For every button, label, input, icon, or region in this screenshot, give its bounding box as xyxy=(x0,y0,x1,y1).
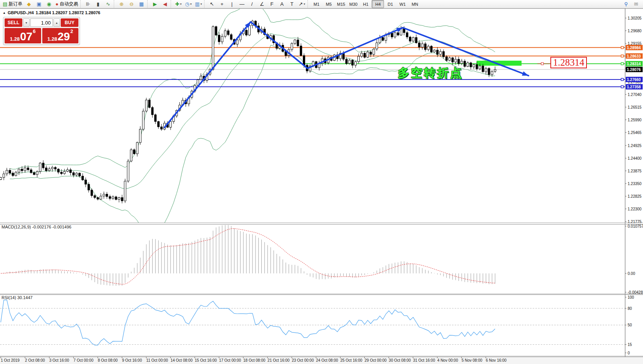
time-tick-label: 2 Oct 08:00 xyxy=(25,358,45,362)
arrows-button[interactable]: ↗▾ xyxy=(297,0,307,8)
toolbar-group-right: ⚲✉ xyxy=(619,0,641,8)
autotrading-button[interactable]: ●自动交易 xyxy=(54,0,80,8)
rsi-tick-label: 15 xyxy=(628,342,632,347)
tf-h4[interactable]: H4 xyxy=(372,0,384,8)
price-tick-label: 1.27040 xyxy=(628,93,642,97)
templates-button[interactable]: ▥▾ xyxy=(193,0,203,8)
zoom-in-button[interactable]: ⊕ xyxy=(116,0,126,8)
tf-d1[interactable]: D1 xyxy=(384,0,396,8)
macd-indicator-label: MACD(12,26,9) -0.002176 -0.001496 xyxy=(2,225,71,229)
price-tick-label: 1.30205 xyxy=(628,16,642,20)
sell-price-panel[interactable]: 1.28 07 6 xyxy=(5,28,41,43)
time-tick-label: 31 Oct 16:00 xyxy=(413,358,435,362)
cursor-icon: ↖ xyxy=(210,2,214,7)
toolbar-group-timeframes: M1M5M15M30H1H4D1W1MN xyxy=(307,0,421,8)
cursor-button[interactable]: ↖ xyxy=(207,0,217,8)
buy-price-small: 1.28 xyxy=(47,36,57,41)
tf-m5[interactable]: M5 xyxy=(322,0,335,8)
fibonacci-button[interactable]: F xyxy=(267,0,277,8)
signals-icon[interactable]: ◉ xyxy=(44,0,54,8)
new-order-button[interactable]: ▤新订单 xyxy=(1,0,24,8)
templates-button-caret-icon[interactable]: ▾ xyxy=(200,2,202,6)
marketwatch-icon-icon: ▣ xyxy=(37,2,41,7)
text-button[interactable]: A xyxy=(277,0,287,8)
sell-price-big: 07 xyxy=(20,31,32,42)
period-button-caret-icon[interactable]: ▾ xyxy=(190,2,192,6)
price-callout-label[interactable]: 1.28314 xyxy=(550,57,587,68)
symbol-ohlc: 1.28184 1.28207 1.28072 1.28076 xyxy=(36,10,100,15)
price-level-badge: 1.28314 xyxy=(627,62,641,66)
tf-w1[interactable]: W1 xyxy=(396,0,409,8)
deposit-icon[interactable]: ◆ xyxy=(24,0,34,8)
tile-windows-button[interactable]: ▦ xyxy=(136,0,146,8)
tf-m1[interactable]: M1 xyxy=(310,0,322,8)
price-level-badge: 1.27660 xyxy=(627,78,641,82)
marketwatch-icon[interactable]: ▣ xyxy=(34,0,44,8)
volume-decrease-button[interactable]: ▼ xyxy=(23,18,30,27)
tf-m15[interactable]: M15 xyxy=(335,0,347,8)
tf-h1[interactable]: H1 xyxy=(359,0,372,8)
chart-expander-icon[interactable]: ▲ xyxy=(3,11,6,15)
turning-point-annotation[interactable]: 多空转折点 xyxy=(398,65,463,81)
price-tick-label: 1.24925 xyxy=(628,144,642,148)
buy-price-sup: 2 xyxy=(70,29,73,34)
horizontal-line-button[interactable]: — xyxy=(237,0,247,8)
candlestick-chart-button[interactable]: ▮ xyxy=(93,0,103,8)
sell-price-sup: 6 xyxy=(33,29,35,34)
toolbar-group-objects: ↖+|—/∠FAT↗▾ xyxy=(204,0,307,8)
time-tick-label: 9 Oct 16:00 xyxy=(122,358,142,362)
search-button[interactable]: ⚲ xyxy=(621,0,631,8)
vertical-line-button[interactable]: | xyxy=(227,0,237,8)
mt4-window: ▤新订单◆▣◉●自动交易⊪▮∿⊕⊖▦▶◀✚▾◷▾▥▾↖+|—/∠FAT↗▾M1M… xyxy=(0,0,643,364)
label-button[interactable]: T xyxy=(287,0,297,8)
zoom-out-icon: ⊖ xyxy=(130,2,134,7)
line-chart-button[interactable]: ∿ xyxy=(103,0,113,8)
tf-w1-label: W1 xyxy=(399,2,406,7)
chat-button[interactable]: ✉ xyxy=(631,0,641,8)
price-tick-label: 1.25465 xyxy=(628,131,642,135)
tf-m1-label: M1 xyxy=(314,2,319,7)
crosshair-icon: + xyxy=(221,2,224,7)
time-tick-label: 29 Oct 00:00 xyxy=(365,358,387,362)
toolbar: ▤新订单◆▣◉●自动交易⊪▮∿⊕⊖▦▶◀✚▾◷▾▥▾↖+|—/∠FAT↗▾M1M… xyxy=(0,0,643,8)
volume-increase-button[interactable]: ▲ xyxy=(53,18,60,27)
trendline-button[interactable]: / xyxy=(247,0,257,8)
crosshair-button[interactable]: + xyxy=(217,0,227,8)
sell-button[interactable]: SELL xyxy=(5,18,22,27)
arrows-button-caret-icon[interactable]: ▾ xyxy=(304,2,305,6)
new-chart-button-caret-icon[interactable]: ▾ xyxy=(180,2,182,6)
tf-h4-label: H4 xyxy=(375,2,380,7)
volume-input[interactable] xyxy=(30,18,53,27)
channel-button[interactable]: ∠ xyxy=(257,0,267,8)
tf-m5-label: M5 xyxy=(326,2,332,7)
time-tick-label: 11 Oct 00:00 xyxy=(146,358,168,362)
tf-m30-label: M30 xyxy=(349,2,357,7)
bar-chart-button[interactable]: ⊪ xyxy=(83,0,93,8)
buy-price-panel[interactable]: 1.28 29 2 xyxy=(42,28,79,43)
auto-scroll-button[interactable]: ▶ xyxy=(150,0,160,8)
time-tick-label: 21 Oct 16:00 xyxy=(268,358,290,362)
tf-m30[interactable]: M30 xyxy=(347,0,359,8)
sell-price-small: 1.28 xyxy=(10,36,20,41)
rsi-tick-label: 0 xyxy=(628,351,630,355)
trendline-icon: / xyxy=(251,2,253,7)
time-tick-label: 7 Oct 00:00 xyxy=(73,358,93,362)
buy-price-big: 29 xyxy=(58,31,70,42)
buy-button[interactable]: BUY xyxy=(61,18,78,27)
chart-canvas[interactable]: 1.302051.296801.291551.286301.281051.275… xyxy=(0,0,643,364)
macd-tick-label: -0.004283 xyxy=(628,290,643,295)
time-tick-label: 3 Oct 16:00 xyxy=(49,358,69,362)
signals-icon-icon: ◉ xyxy=(47,2,51,7)
new-chart-button[interactable]: ✚▾ xyxy=(173,0,183,8)
period-icon: ◷ xyxy=(185,2,189,7)
text-icon: A xyxy=(280,2,284,7)
zoom-out-button[interactable]: ⊖ xyxy=(126,0,136,8)
label-icon: T xyxy=(290,2,293,7)
toolbar-group-chart-type: ⊪▮∿ xyxy=(80,0,113,8)
tf-mn[interactable]: MN xyxy=(409,0,421,8)
chart-shift-button[interactable]: ◀ xyxy=(160,0,170,8)
time-tick-label: 15 Oct 16:00 xyxy=(195,358,217,362)
period-button[interactable]: ◷▾ xyxy=(183,0,193,8)
time-tick-label: 5 Nov 08:00 xyxy=(462,358,482,362)
auto-scroll-icon: ▶ xyxy=(153,2,157,7)
